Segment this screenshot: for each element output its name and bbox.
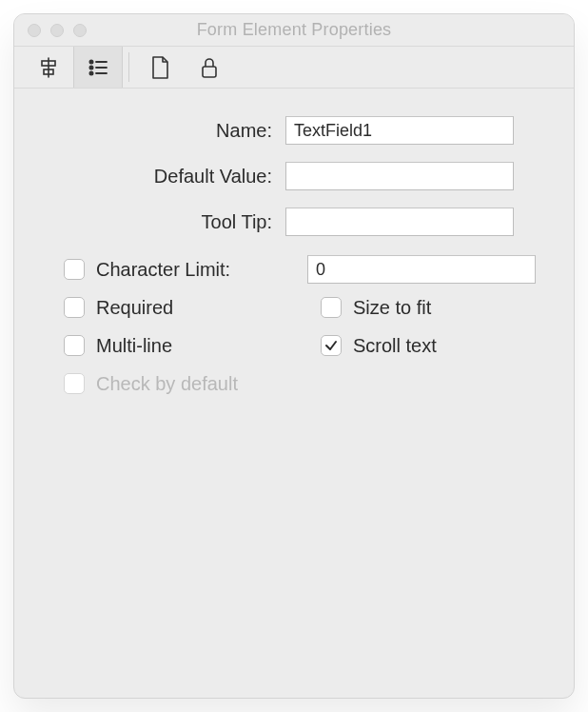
name-input[interactable] (285, 116, 514, 145)
traffic-lights (28, 24, 87, 37)
page-icon (149, 55, 170, 80)
lock-icon (199, 56, 220, 79)
tooltip-input[interactable] (285, 208, 514, 236)
toolbar-tab-alignment[interactable] (24, 47, 73, 88)
svg-rect-9 (203, 67, 216, 77)
svg-point-7 (89, 71, 92, 74)
default-value-input[interactable] (285, 162, 514, 190)
default-value-label: Default Value: (43, 166, 285, 188)
properties-list-icon (87, 56, 109, 79)
alignment-icon (37, 56, 60, 79)
minimize-window-button[interactable] (50, 24, 64, 37)
tooltip-label: Tool Tip: (43, 211, 285, 233)
panel-body: Name: Default Value: Tool Tip: (14, 89, 574, 698)
char-limit-input[interactable] (307, 255, 536, 284)
required-checkbox[interactable] (64, 297, 85, 318)
char-limit-checkbox[interactable] (64, 259, 85, 280)
svg-point-5 (89, 66, 92, 69)
char-limit-label: Character Limit: (96, 259, 230, 281)
zoom-window-button[interactable] (73, 24, 87, 37)
window: Form Element Properties (13, 13, 575, 699)
toolbar-tab-properties[interactable] (73, 47, 123, 88)
check-by-default-checkbox (64, 373, 85, 394)
size-to-fit-checkbox[interactable] (321, 297, 342, 318)
window-title: Form Element Properties (197, 20, 392, 40)
check-by-default-label: Check by default (96, 373, 238, 395)
close-window-button[interactable] (28, 24, 41, 37)
multiline-checkbox[interactable] (64, 335, 85, 356)
toolbar (14, 47, 574, 89)
toolbar-divider (128, 52, 129, 82)
toolbar-tab-page[interactable] (135, 47, 185, 88)
multiline-label: Multi-line (96, 335, 172, 357)
size-to-fit-label: Size to fit (353, 297, 431, 319)
scroll-text-label: Scroll text (353, 335, 437, 357)
svg-point-3 (89, 60, 92, 63)
name-label: Name: (43, 120, 285, 142)
toolbar-tab-lock[interactable] (185, 47, 234, 88)
required-label: Required (96, 297, 173, 319)
scroll-text-checkbox[interactable] (321, 335, 342, 356)
titlebar: Form Element Properties (14, 14, 574, 47)
